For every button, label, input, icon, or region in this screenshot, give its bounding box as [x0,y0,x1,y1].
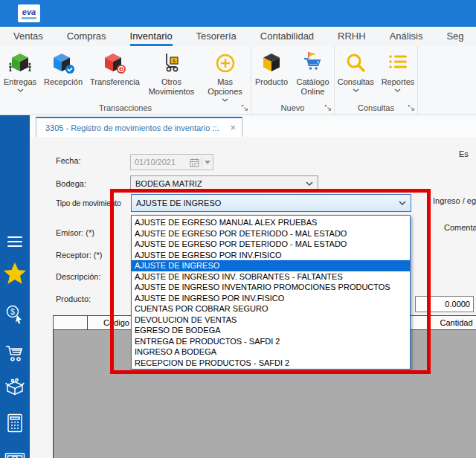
tab-analisis[interactable]: Análisis [390,30,423,44]
tab-inventario[interactable]: Inventario [130,30,173,46]
app-window: eva Ventas Compras Inventario Tesorería … [0,0,476,458]
handtruck-icon: $ [160,51,184,76]
dropdown-item[interactable]: AJUSTE DE INGRESO POR INV.FISICO [132,293,410,304]
calculator-icon[interactable] [0,413,30,433]
chevron-down-icon [394,88,401,92]
close-icon[interactable]: × [230,122,236,133]
menu-icon[interactable] [0,236,30,248]
tab-ventas[interactable]: Ventas [13,30,43,44]
tab-rrhh[interactable]: RRHH [338,30,366,44]
ribbon-group-transacciones: Entregas Recep [0,46,251,115]
dialog-launcher-icon[interactable] [408,104,415,112]
dropdown-item[interactable]: AJUSTE DE EGRESO POR INV.FISICO [132,250,410,261]
dropdown-item[interactable]: AJUSTE DE INGRESO INV. SOBRANTES - FALTA… [132,271,410,283]
ingreso-egreso-label-partial: Ingreso / egre [433,196,476,205]
banknote-icon[interactable] [0,450,30,458]
dropdown-item[interactable]: DEVOLUCION DE VENTAS [132,315,410,326]
ribbon-group-consultas: Consultas Reportes [335,46,418,115]
receive-box-icon [51,51,75,76]
group-label-nuevo: Nuevo [251,103,334,112]
chevron-down-icon [306,181,313,186]
reportes-button[interactable]: Reportes [378,49,419,92]
sales-click-icon[interactable]: $ [0,305,30,326]
transferencia-button[interactable]: Transferencia [86,49,144,87]
fecha-label: Fecha: [56,156,81,165]
left-sidebar: $ [0,115,30,458]
ribbon: Entregas Recep [0,46,476,115]
receptor-label: Receptor: (*) [56,251,102,259]
dropdown-item[interactable]: AJUSTE DE EGRESO MANUAL ALEX PRUEBAS [132,217,410,228]
tab-compras[interactable]: Compras [67,30,106,44]
online-cart-icon [301,51,325,76]
fecha-field[interactable]: 01/10/2021 [130,154,213,170]
dialog-launcher-icon[interactable] [241,104,248,112]
app-logo-underline [22,17,36,19]
bodega-value: BODEGA MATRIZ [135,179,306,188]
dropdown-item[interactable]: EGRESO DE BODEGA [132,325,410,336]
field-divider [202,157,202,167]
dialog-launcher-icon[interactable] [324,104,332,112]
otros-movimientos-button[interactable]: $ Otros Movimientos [144,49,199,97]
title-bar: eva [0,0,476,27]
calendar-icon [190,158,199,167]
mas-opciones-button[interactable]: Mas Opciones [199,49,251,102]
catalogo-online-button[interactable]: Catálogo Online [292,49,334,97]
entregas-button[interactable]: Entregas [0,49,40,92]
dropdown-item[interactable]: AJUSTE DE EGRESO POR DETERIODO - MAL EST… [132,239,410,250]
chevron-down-icon [17,88,24,92]
tab-contabilidad[interactable]: Contabilidad [260,30,314,44]
dropdown-item-selected[interactable]: AJUSTE DE INGRESO [132,260,410,271]
chevron-down-icon [353,88,359,92]
search-icon [344,51,367,76]
tipo-movimiento-label: Tipo de movimiento [56,199,121,207]
app-logo-text: eva [22,8,36,16]
tab-tesoreria[interactable]: Tesorería [196,30,237,44]
dropdown-arrow-icon[interactable] [205,161,210,164]
document-tab[interactable]: 3305 - Registro de movimientos de invent… [36,117,242,137]
dropdown-item[interactable]: AJUSTE DE EGRESO POR DETERIODO - MAL EST… [132,228,410,239]
report-list-icon [387,51,409,76]
emisor-label: Emisor: (*) [56,228,94,237]
dropdown-item[interactable]: RECEPCION DE PRODUCTOS - SAFDI 2 [132,358,410,369]
dropdown-item[interactable]: ENTREGA DE PRODUCTOS - SAFDI 2 [132,336,410,347]
ribbon-tab-bar: Ventas Compras Inventario Tesorería Cont… [0,27,476,46]
group-label-consultas: Consultas [335,103,417,112]
group-label-transacciones: Transacciones [0,103,251,112]
comentario-label-partial: Comenta [444,223,476,232]
producto-button[interactable]: Producto [251,49,292,87]
cantidad-field[interactable]: 0.0000 [415,296,474,312]
estado-label-partial: Es [459,149,469,158]
grid-header-cantidad[interactable]: Cantidad [408,316,476,329]
tipo-movimiento-dropdown-list: AJUSTE DE EGRESO MANUAL ALEX PRUEBAS AJU… [131,215,411,370]
chevron-down-icon [399,201,406,205]
chevron-down-icon [222,98,228,102]
transfer-box-icon [103,51,126,76]
bodega-combobox[interactable]: BODEGA MATRIZ [130,175,318,192]
producto-label: Producto: [56,294,91,303]
bodega-label: Bodega: [56,179,86,188]
plus-circle-icon [214,51,237,76]
fecha-value: 01/10/2021 [135,158,190,167]
tab-seguridades[interactable]: Seg [446,30,463,44]
descripcion-label: Descripción: [56,272,101,281]
tipo-movimiento-combobox[interactable]: AJUSTE DE INGRESO [131,194,411,212]
grid-header-indicator [54,316,88,329]
shopping-cart-icon[interactable] [0,344,30,363]
document-tab-title: 3305 - Registro de movimientos de invent… [45,123,225,132]
delivery-box-icon [8,51,32,76]
app-logo: eva [18,4,40,22]
dropdown-item[interactable]: CUENTAS POR COBRAR SEGURO [132,303,410,315]
favorites-star-icon[interactable] [0,262,30,286]
open-box-icon[interactable] [0,378,30,397]
cantidad-value: 0.0000 [445,300,470,309]
svg-text:$: $ [10,308,15,316]
tipo-movimiento-value: AJUSTE DE INGRESO [136,199,399,207]
dropdown-item[interactable]: INGRESO A BODEGA [132,346,410,358]
ribbon-group-nuevo: Producto Catálogo Online [251,46,335,115]
product-box-icon [260,51,283,76]
consultas-button[interactable]: Consultas [334,49,378,92]
dropdown-item[interactable]: AJUSTE DE INGRESO INVENTARIO PROMOCIONES… [132,282,410,293]
recepcion-button[interactable]: Recepción [40,49,86,87]
